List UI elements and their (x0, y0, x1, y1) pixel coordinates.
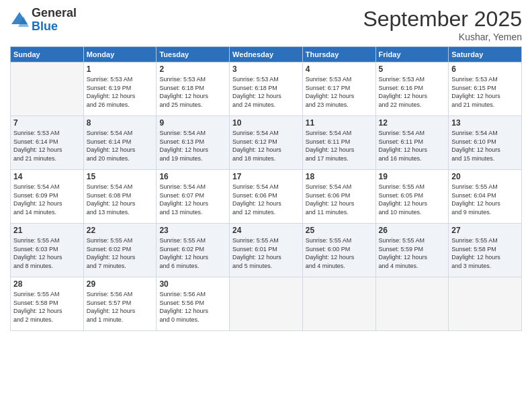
day-info: Sunrise: 5:55 AM Sunset: 6:02 PM Dayligh… (87, 236, 154, 270)
table-row: 22Sunrise: 5:55 AM Sunset: 6:02 PM Dayli… (83, 224, 157, 277)
logo: General Blue (10, 7, 77, 34)
calendar-week-row: 1Sunrise: 5:53 AM Sunset: 6:19 PM Daylig… (11, 62, 522, 116)
day-info: Sunrise: 5:54 AM Sunset: 6:06 PM Dayligh… (232, 183, 300, 216)
day-info: Sunrise: 5:54 AM Sunset: 6:09 PM Dayligh… (13, 183, 81, 216)
table-row: 16Sunrise: 5:54 AM Sunset: 6:07 PM Dayli… (157, 170, 230, 224)
header-sunday: Sunday (11, 47, 84, 62)
table-row: 8Sunrise: 5:54 AM Sunset: 6:14 PM Daylig… (83, 116, 157, 170)
day-number: 17 (232, 172, 300, 181)
day-info: Sunrise: 5:54 AM Sunset: 6:06 PM Dayligh… (306, 183, 373, 216)
day-number: 19 (379, 172, 446, 181)
table-row (375, 277, 449, 331)
day-info: Sunrise: 5:54 AM Sunset: 6:07 PM Dayligh… (159, 183, 226, 216)
table-row: 12Sunrise: 5:54 AM Sunset: 6:11 PM Dayli… (375, 116, 449, 170)
day-info: Sunrise: 5:55 AM Sunset: 6:00 PM Dayligh… (306, 236, 373, 270)
location-title: Kushar, Yemen (363, 32, 522, 42)
logo-icon (10, 11, 29, 30)
day-info: Sunrise: 5:56 AM Sunset: 5:57 PM Dayligh… (87, 290, 154, 324)
table-row: 17Sunrise: 5:54 AM Sunset: 6:06 PM Dayli… (230, 170, 303, 224)
day-number: 7 (13, 118, 81, 128)
day-number: 18 (306, 172, 373, 181)
table-row: 20Sunrise: 5:55 AM Sunset: 6:04 PM Dayli… (449, 170, 522, 224)
table-row: 1Sunrise: 5:53 AM Sunset: 6:19 PM Daylig… (83, 62, 157, 116)
calendar-week-row: 14Sunrise: 5:54 AM Sunset: 6:09 PM Dayli… (11, 170, 522, 224)
title-block: September 2025 Kushar, Yemen (363, 7, 522, 42)
day-info: Sunrise: 5:54 AM Sunset: 6:10 PM Dayligh… (451, 129, 519, 163)
day-number: 9 (159, 118, 226, 128)
day-number: 14 (13, 172, 81, 181)
day-info: Sunrise: 5:55 AM Sunset: 5:58 PM Dayligh… (13, 290, 81, 324)
calendar-week-row: 28Sunrise: 5:55 AM Sunset: 5:58 PM Dayli… (11, 277, 522, 331)
day-info: Sunrise: 5:53 AM Sunset: 6:17 PM Dayligh… (306, 75, 373, 109)
table-row (302, 277, 375, 331)
header-friday: Friday (375, 47, 449, 62)
day-number: 6 (451, 64, 519, 74)
table-row: 26Sunrise: 5:55 AM Sunset: 5:59 PM Dayli… (375, 224, 449, 277)
month-title: September 2025 (363, 7, 522, 32)
logo-text: General Blue (32, 7, 77, 34)
day-info: Sunrise: 5:53 AM Sunset: 6:18 PM Dayligh… (159, 75, 226, 109)
table-row: 27Sunrise: 5:55 AM Sunset: 5:58 PM Dayli… (449, 224, 522, 277)
day-number: 8 (87, 118, 154, 128)
day-info: Sunrise: 5:53 AM Sunset: 6:16 PM Dayligh… (379, 75, 446, 109)
day-info: Sunrise: 5:55 AM Sunset: 6:01 PM Dayligh… (232, 236, 300, 270)
table-row: 29Sunrise: 5:56 AM Sunset: 5:57 PM Dayli… (83, 277, 157, 331)
table-row: 3Sunrise: 5:53 AM Sunset: 6:18 PM Daylig… (230, 62, 303, 116)
day-info: Sunrise: 5:54 AM Sunset: 6:11 PM Dayligh… (306, 129, 373, 163)
header-wednesday: Wednesday (230, 47, 303, 62)
day-number: 24 (232, 226, 300, 235)
day-number: 2 (159, 64, 226, 74)
day-number: 25 (306, 226, 373, 235)
day-number: 22 (87, 226, 154, 235)
table-row: 7Sunrise: 5:53 AM Sunset: 6:14 PM Daylig… (11, 116, 84, 170)
table-row: 10Sunrise: 5:54 AM Sunset: 6:12 PM Dayli… (230, 116, 303, 170)
day-number: 3 (232, 64, 300, 74)
day-number: 28 (13, 279, 81, 289)
table-row: 9Sunrise: 5:54 AM Sunset: 6:13 PM Daylig… (157, 116, 230, 170)
day-number: 15 (87, 172, 154, 181)
day-info: Sunrise: 5:53 AM Sunset: 6:19 PM Dayligh… (87, 75, 154, 109)
header-monday: Monday (83, 47, 157, 62)
table-row: 23Sunrise: 5:55 AM Sunset: 6:02 PM Dayli… (157, 224, 230, 277)
day-info: Sunrise: 5:54 AM Sunset: 6:12 PM Dayligh… (232, 129, 300, 163)
day-info: Sunrise: 5:55 AM Sunset: 5:59 PM Dayligh… (379, 236, 446, 270)
day-info: Sunrise: 5:55 AM Sunset: 6:02 PM Dayligh… (159, 236, 226, 270)
logo-blue-text: Blue (32, 20, 77, 34)
table-row: 5Sunrise: 5:53 AM Sunset: 6:16 PM Daylig… (375, 62, 449, 116)
table-row: 21Sunrise: 5:55 AM Sunset: 6:03 PM Dayli… (11, 224, 84, 277)
table-row: 18Sunrise: 5:54 AM Sunset: 6:06 PM Dayli… (302, 170, 375, 224)
day-number: 30 (159, 279, 226, 289)
table-row: 19Sunrise: 5:55 AM Sunset: 6:05 PM Dayli… (375, 170, 449, 224)
logo-general-text: General (32, 7, 77, 20)
day-number: 27 (451, 226, 519, 235)
calendar-week-row: 7Sunrise: 5:53 AM Sunset: 6:14 PM Daylig… (11, 116, 522, 170)
table-row: 30Sunrise: 5:56 AM Sunset: 5:56 PM Dayli… (157, 277, 230, 331)
table-row: 24Sunrise: 5:55 AM Sunset: 6:01 PM Dayli… (230, 224, 303, 277)
table-row: 28Sunrise: 5:55 AM Sunset: 5:58 PM Dayli… (11, 277, 84, 331)
header-tuesday: Tuesday (157, 47, 230, 62)
day-number: 10 (232, 118, 300, 128)
calendar-week-row: 21Sunrise: 5:55 AM Sunset: 6:03 PM Dayli… (11, 224, 522, 277)
day-info: Sunrise: 5:54 AM Sunset: 6:08 PM Dayligh… (87, 183, 154, 216)
day-number: 23 (159, 226, 226, 235)
calendar-table: Sunday Monday Tuesday Wednesday Thursday… (10, 46, 522, 331)
header: General Blue September 2025 Kushar, Yeme… (10, 7, 522, 42)
day-info: Sunrise: 5:54 AM Sunset: 6:11 PM Dayligh… (379, 129, 446, 163)
table-row (449, 277, 522, 331)
day-info: Sunrise: 5:55 AM Sunset: 6:03 PM Dayligh… (13, 236, 81, 270)
day-number: 21 (13, 226, 81, 235)
day-info: Sunrise: 5:53 AM Sunset: 6:14 PM Dayligh… (13, 129, 81, 163)
day-number: 29 (87, 279, 154, 289)
page: General Blue September 2025 Kushar, Yeme… (0, 0, 532, 411)
header-thursday: Thursday (302, 47, 375, 62)
table-row: 25Sunrise: 5:55 AM Sunset: 6:00 PM Dayli… (302, 224, 375, 277)
table-row: 14Sunrise: 5:54 AM Sunset: 6:09 PM Dayli… (11, 170, 84, 224)
table-row: 4Sunrise: 5:53 AM Sunset: 6:17 PM Daylig… (302, 62, 375, 116)
weekday-header-row: Sunday Monday Tuesday Wednesday Thursday… (11, 47, 522, 62)
day-info: Sunrise: 5:54 AM Sunset: 6:13 PM Dayligh… (159, 129, 226, 163)
day-number: 4 (306, 64, 373, 74)
day-number: 16 (159, 172, 226, 181)
day-number: 11 (306, 118, 373, 128)
day-number: 12 (379, 118, 446, 128)
day-info: Sunrise: 5:55 AM Sunset: 6:05 PM Dayligh… (379, 183, 446, 216)
